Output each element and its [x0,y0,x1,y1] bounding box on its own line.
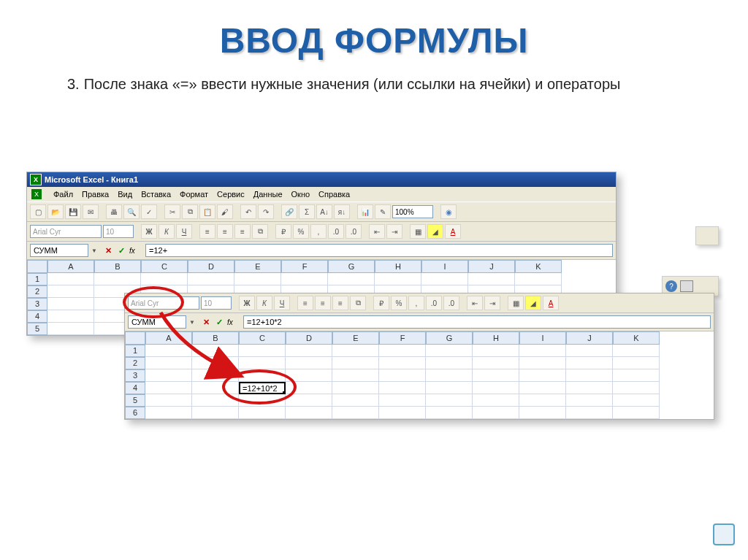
paste-icon[interactable]: 📋 [199,204,215,219]
cell[interactable] [375,273,421,285]
cell[interactable] [379,394,426,407]
menu-format[interactable]: Формат [180,190,208,199]
cell[interactable] [613,407,660,419]
cell[interactable] [332,394,379,407]
italic-button[interactable]: К [159,224,175,239]
align-left-icon[interactable]: ≡ [199,224,215,239]
cell[interactable] [234,273,281,285]
accept-formula-button[interactable]: ✓ [214,318,224,327]
cell[interactable] [239,394,286,407]
formula-input[interactable]: =12+ [145,244,613,257]
align-right-icon[interactable]: ≡ [234,224,251,239]
cell[interactable] [613,394,660,407]
cell[interactable] [286,369,332,382]
col-header[interactable]: B [94,260,141,273]
row-header[interactable]: 4 [125,382,145,394]
fill-color-icon[interactable]: ◢ [427,224,443,239]
col-header[interactable]: I [421,260,468,273]
menu-tools[interactable]: Сервис [217,190,245,199]
bold-button[interactable]: Ж [141,224,157,239]
formula-input[interactable]: =12+10*2 [243,315,711,329]
fill-color-icon[interactable]: ◢ [525,296,541,310]
menu-edit[interactable]: Правка [82,190,109,199]
col-header[interactable]: J [468,260,515,273]
select-all-corner[interactable] [27,260,47,273]
undo-icon[interactable]: ↶ [240,204,256,219]
borders-icon[interactable]: ▦ [410,224,426,239]
sort-desc-icon[interactable]: я↓ [334,204,350,219]
cell[interactable] [47,273,94,285]
cell[interactable] [145,369,192,382]
spell-icon[interactable]: ✓ [141,204,157,219]
fx-button[interactable]: fx [227,318,240,326]
cell[interactable] [519,394,566,407]
col-header[interactable]: C [141,260,188,273]
cell[interactable] [332,407,379,419]
col-header[interactable]: E [234,260,281,273]
open-icon[interactable]: 📂 [47,204,64,219]
cell[interactable] [473,407,519,419]
cell[interactable] [566,382,613,394]
row-header[interactable]: 6 [125,407,145,419]
cell[interactable] [426,394,473,407]
cell[interactable] [566,407,613,419]
cell[interactable] [332,357,379,369]
cell[interactable] [332,369,379,382]
dec-decimal-icon[interactable]: .0 [443,296,459,310]
cell[interactable] [613,382,660,394]
name-box-dropdown-icon[interactable]: ▼ [189,319,198,326]
row-header[interactable]: 3 [125,369,145,382]
col-header[interactable]: H [473,331,519,345]
bold-button[interactable]: Ж [239,296,255,310]
link-icon[interactable]: 🔗 [281,204,297,219]
menu-view[interactable]: Вид [118,190,132,199]
spreadsheet-grid[interactable]: 1 2 3 4 5 6 A B C D E F G H I J K [125,331,714,419]
accept-formula-button[interactable]: ✓ [116,246,126,256]
currency-icon[interactable]: ₽ [373,296,389,310]
font-size-select[interactable]: 10 [201,296,232,310]
cancel-formula-button[interactable]: ✕ [103,246,113,256]
cell[interactable] [47,310,94,323]
format-painter-icon[interactable]: 🖌 [217,204,233,219]
font-name-select[interactable]: Arial Cyr [128,296,199,310]
align-right-icon[interactable]: ≡ [332,296,348,310]
percent-icon[interactable]: % [293,224,309,239]
autosum-icon[interactable]: Σ [299,204,315,219]
cell[interactable] [519,345,566,357]
italic-button[interactable]: К [256,296,272,310]
col-header[interactable]: D [188,260,234,273]
cell[interactable] [141,273,188,285]
cell[interactable] [519,369,566,382]
cell[interactable] [328,273,375,285]
menu-help[interactable]: Справка [318,190,350,199]
font-name-select[interactable]: Arial Cyr [30,225,102,238]
cell[interactable] [281,273,328,285]
cell[interactable] [473,394,519,407]
align-center-icon[interactable]: ≡ [315,296,331,310]
cell[interactable] [145,382,192,394]
cell[interactable] [192,369,239,382]
row-header[interactable]: 3 [27,298,47,310]
col-header[interactable]: H [375,260,421,273]
percent-icon[interactable]: % [391,296,407,310]
col-header[interactable]: F [379,331,426,345]
cell[interactable] [566,357,613,369]
menu-window[interactable]: Окно [291,190,310,199]
cell[interactable] [94,273,141,285]
name-box-dropdown-icon[interactable]: ▼ [91,248,100,254]
font-color-icon[interactable]: A [445,224,461,239]
cell[interactable] [426,357,473,369]
cell[interactable] [566,345,613,357]
menu-insert[interactable]: Вставка [141,190,171,199]
cell[interactable] [379,345,426,357]
fx-button[interactable]: fx [129,247,142,255]
currency-icon[interactable]: ₽ [275,224,291,239]
cut-icon[interactable]: ✂ [164,204,180,219]
preview-icon[interactable]: 🔍 [123,204,140,219]
dec-indent-icon[interactable]: ⇤ [467,296,483,310]
col-header[interactable]: E [332,331,379,345]
cell[interactable] [566,394,613,407]
dec-indent-icon[interactable]: ⇤ [369,224,385,239]
col-header[interactable]: F [281,260,328,273]
dec-decimal-icon[interactable]: .0 [346,224,362,239]
